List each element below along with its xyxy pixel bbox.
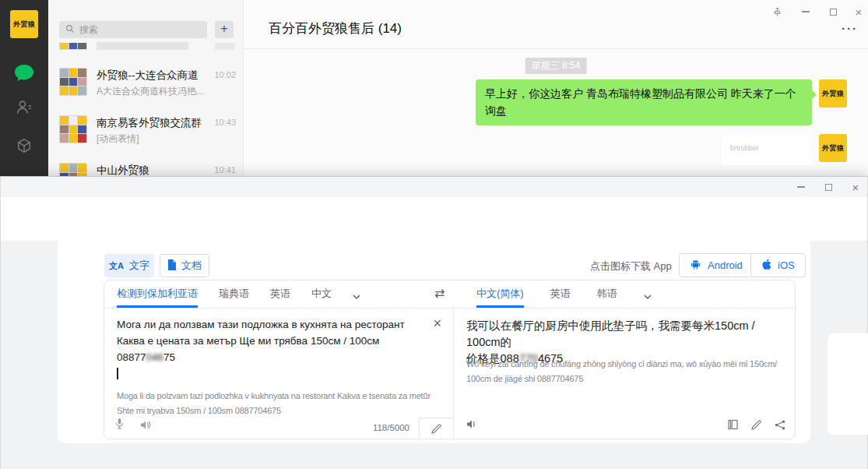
language-tabs-row: 检测到保加利亚语 瑞典语 英语 中文 ⇄ 中文(简体) 英语 韩语 <box>104 280 795 309</box>
link-card-message[interactable]: brtrubber <box>722 134 813 165</box>
translator-window: × 文A 文字 文档 点击图标下载 App Android iOS <box>0 176 868 469</box>
document-icon <box>167 259 176 273</box>
chat-list-item[interactable]: 南京易客外贸狼交流群 10:43 [动画表情] <box>48 107 244 154</box>
target-language-tabs: 中文(简体) 英语 韩语 <box>476 280 652 308</box>
chat-list-item[interactable]: 外贸狼--大连合众商道 10:02 A大连合众商道科技冯艳... <box>48 59 244 107</box>
target-lang-english[interactable]: 英语 <box>550 280 571 308</box>
tab-document-mode[interactable]: 文档 <box>160 254 209 277</box>
translation-actions <box>728 419 785 433</box>
chat-item-partial-avatar <box>59 43 87 50</box>
group-avatar <box>59 68 87 96</box>
source-lang-detected[interactable]: 检测到保加利亚语 <box>117 280 198 308</box>
pinyin-transliteration: Wǒ kěyǐ zài cāntīng de chúfáng zhōng shǐ… <box>466 357 793 386</box>
listen-source-icon[interactable] <box>140 419 151 433</box>
pin-icon[interactable] <box>769 5 785 19</box>
source-text-pane[interactable]: × Мога ли да ползвам тази подложка в кух… <box>104 309 453 439</box>
chat-subtitle: [动画表情] <box>97 132 139 146</box>
source-text[interactable]: Мога ли да ползвам тази подложка в кухня… <box>117 316 438 379</box>
chat-title: 南京易客外贸狼交流群 <box>97 116 202 130</box>
side-card-cutoff <box>828 333 868 435</box>
chevron-down-icon[interactable] <box>353 288 360 302</box>
translation-result-pane: 我可以在餐厅的厨房中使用此垫子吗，我需要每米150cm / 100cm的 价格是… <box>454 309 796 439</box>
sent-message-bubble[interactable]: 早上好，你这边客户 青岛布瑞特橡塑制品有限公司 昨天来了一个询盘 <box>476 79 812 125</box>
message-text: 早上好，你这边客户 青岛布瑞特橡塑制品有限公司 昨天来了一个询盘 <box>485 87 796 117</box>
chat-title: 外贸狼--大连合众商道 <box>97 69 199 83</box>
maximize-icon[interactable] <box>821 180 836 194</box>
target-lang-korean[interactable]: 韩语 <box>597 280 617 308</box>
chat-menu-button[interactable]: ··· <box>842 22 858 35</box>
chat-item-partial-title <box>97 42 188 50</box>
source-line-2: Каква е цената за метър Ще ми трябва 150… <box>117 333 438 349</box>
android-icon <box>690 259 701 273</box>
search-placeholder: 搜索 <box>79 23 98 37</box>
listen-translation-icon[interactable] <box>466 418 477 432</box>
header-divider <box>244 48 868 49</box>
sender-avatar[interactable]: 外贸狼 <box>819 134 847 162</box>
apple-icon <box>761 259 771 273</box>
suggest-edit-icon[interactable] <box>751 419 761 433</box>
link-card-text: brtrubber <box>730 144 759 152</box>
chat-subtitle: A大连合众商道科技冯艳... <box>97 85 204 98</box>
tab-text-label: 文字 <box>129 259 149 273</box>
chat-time: 10:41 <box>214 165 236 175</box>
chevron-down-icon[interactable] <box>644 288 652 302</box>
ios-label: iOS <box>778 259 795 271</box>
ios-download-button[interactable]: iOS <box>750 253 806 277</box>
edit-source-button[interactable] <box>419 418 453 439</box>
search-icon <box>65 24 75 36</box>
contacts-icon[interactable] <box>16 99 33 118</box>
group-avatar <box>59 115 87 143</box>
tab-document-label: 文档 <box>181 259 202 273</box>
swap-languages-icon[interactable]: ⇄ <box>434 280 445 307</box>
copy-icon[interactable] <box>728 419 738 433</box>
translator-titlebar[interactable] <box>1 177 867 197</box>
target-line-1: 我可以在餐厅的厨房中使用此垫子吗，我需要每米150cm / 100cm的 <box>466 318 779 351</box>
microphone-icon[interactable] <box>115 418 124 432</box>
transliteration: Moga li da polzvam tazi podlozhka v kukh… <box>117 389 453 418</box>
chat-header-title: 百分百外贸狼售后 (14) <box>269 19 402 37</box>
chats-icon[interactable] <box>14 64 34 86</box>
target-lang-chinese-simplified[interactable]: 中文(简体) <box>476 280 524 308</box>
minimize-icon[interactable] <box>793 180 809 194</box>
minimize-icon[interactable] <box>798 5 814 19</box>
user-avatar[interactable]: 外贸狼 <box>10 10 38 38</box>
character-counter: 118/5000 <box>373 423 409 432</box>
share-icon[interactable] <box>775 419 785 433</box>
text-caret <box>117 368 118 379</box>
source-language-tabs: 检测到保加利亚语 瑞典语 英语 中文 <box>117 280 360 308</box>
sender-avatar[interactable]: 外贸狼 <box>819 79 847 108</box>
translator-header-band <box>1 197 867 241</box>
download-hint: 点击图标下载 App <box>590 259 672 273</box>
source-lang-chinese[interactable]: 中文 <box>311 280 332 308</box>
close-icon[interactable]: × <box>848 180 863 194</box>
screen: 外贸狼 搜索 + <box>0 0 868 469</box>
android-download-button[interactable]: Android <box>679 253 754 277</box>
tab-text-mode[interactable]: 文A 文字 <box>104 254 154 277</box>
android-label: Android <box>708 259 743 271</box>
add-chat-button[interactable]: + <box>215 21 234 38</box>
chat-time: 10:02 <box>214 70 236 79</box>
search-input[interactable]: 搜索 <box>59 21 207 38</box>
translate-card: 检测到保加利亚语 瑞典语 英语 中文 ⇄ 中文(简体) 英语 韩语 <box>104 280 796 439</box>
source-lang-english[interactable]: 英语 <box>270 280 290 308</box>
chat-item-partial-time <box>215 43 235 50</box>
bubble-tail <box>807 90 817 100</box>
close-icon[interactable]: × <box>851 5 866 19</box>
date-badge: 星期三 8:54 <box>525 58 587 74</box>
source-line-1: Мога ли да ползвам тази подложка в кухня… <box>117 316 438 333</box>
redacted-digits: 046 <box>146 351 164 363</box>
translate-icon: 文A <box>109 260 124 272</box>
collections-box-icon[interactable] <box>16 138 32 157</box>
source-lang-swedish[interactable]: 瑞典语 <box>219 280 249 308</box>
chat-time: 10:43 <box>214 118 236 127</box>
source-phone-line: 0887704675 <box>117 349 438 365</box>
maximize-icon[interactable] <box>825 5 841 19</box>
